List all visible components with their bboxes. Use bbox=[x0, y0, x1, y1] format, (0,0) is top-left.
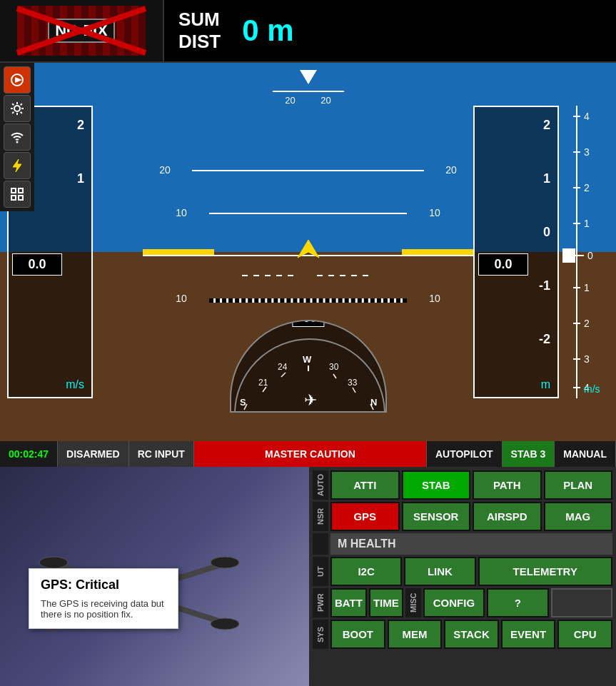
btn-plan[interactable]: PLAN bbox=[544, 470, 613, 500]
alt-mark-2: 2 bbox=[543, 118, 550, 133]
btn-config[interactable]: CONFIG bbox=[423, 588, 485, 617]
heading-mark-20b: 20 bbox=[308, 91, 344, 106]
btn-empty[interactable] bbox=[551, 588, 612, 617]
status-stab: STAB 3 bbox=[503, 441, 555, 467]
svg-line-41 bbox=[281, 373, 286, 377]
grid-icon bbox=[9, 186, 25, 202]
right-alt-unit: m bbox=[541, 378, 550, 391]
btn-question[interactable]: ? bbox=[487, 588, 548, 617]
svg-text:3: 3 bbox=[584, 146, 590, 158]
svg-text:✈: ✈ bbox=[304, 391, 317, 409]
btn-event[interactable]: EVENT bbox=[501, 620, 556, 649]
speed-mark-2: 2 bbox=[77, 118, 84, 133]
gps-tooltip-title: GPS: Critical bbox=[41, 577, 166, 592]
svg-text:21: 21 bbox=[258, 378, 268, 388]
wifi-button[interactable] bbox=[4, 123, 31, 151]
bottom-section: GPS: Critical The GPS is receiving data … bbox=[0, 467, 616, 686]
pitch-line-neg10 bbox=[209, 298, 408, 303]
svg-text:3: 3 bbox=[584, 353, 590, 365]
btn-mag[interactable]: MAG bbox=[544, 502, 613, 531]
status-autopilot: AUTOPILOT bbox=[427, 441, 503, 467]
svg-rect-23 bbox=[562, 248, 575, 263]
btn-i2c[interactable]: I2C bbox=[330, 557, 402, 586]
lightning-button[interactable] bbox=[4, 152, 31, 179]
grid-button[interactable] bbox=[4, 181, 31, 208]
record-button[interactable] bbox=[4, 66, 31, 94]
right-vspeed-scale: 4 3 2 1 0 1 2 3 4 m/s bbox=[562, 106, 612, 398]
svg-rect-9 bbox=[11, 196, 16, 200]
svg-text:2: 2 bbox=[584, 318, 590, 329]
no-fix-x-overlay bbox=[14, 5, 149, 56]
misc-btn-group: CONFIG ? bbox=[423, 588, 612, 617]
speed-mark-1: 1 bbox=[77, 171, 84, 186]
btn-cpu[interactable]: CPU bbox=[557, 620, 612, 649]
pitch-line-10 bbox=[209, 213, 408, 214]
svg-point-53 bbox=[211, 557, 239, 568]
gear-icon bbox=[9, 101, 25, 116]
alt-mark-neg2: -2 bbox=[539, 332, 550, 347]
compass-heading-value: -96 bbox=[292, 320, 324, 327]
pwr-btn-group: BATT TIME bbox=[330, 588, 403, 617]
svg-text:0: 0 bbox=[587, 250, 593, 261]
top-header: NO FIX SUMDIST 0 m bbox=[0, 0, 616, 63]
panel-label-misc: MISC bbox=[405, 588, 421, 617]
pitch-label-20-left: 20 bbox=[159, 164, 171, 176]
heading-tape: 20 20 bbox=[157, 70, 459, 106]
alt-mark-1: 1 bbox=[543, 171, 550, 186]
btn-gps[interactable]: GPS bbox=[330, 502, 400, 531]
control-panel: AUTO ATTI STAB PATH PLAN NSR GPS SENSOR … bbox=[309, 467, 616, 686]
svg-text:1: 1 bbox=[584, 282, 590, 293]
svg-marker-6 bbox=[13, 159, 21, 172]
btn-boot[interactable]: BOOT bbox=[330, 620, 385, 649]
lightning-icon bbox=[9, 158, 25, 173]
svg-line-43 bbox=[333, 374, 336, 378]
pitch-label-10-right: 10 bbox=[429, 207, 440, 218]
svg-point-52 bbox=[39, 557, 68, 568]
heading-indicator bbox=[300, 70, 317, 84]
svg-text:24: 24 bbox=[278, 362, 288, 372]
left-speed-unit: m/s bbox=[66, 378, 84, 391]
btn-time[interactable]: TIME bbox=[369, 588, 403, 617]
status-disarmed: DISARMED bbox=[58, 441, 129, 467]
svg-text:4: 4 bbox=[584, 111, 590, 122]
settings-button[interactable] bbox=[4, 95, 31, 122]
svg-text:2: 2 bbox=[584, 182, 590, 193]
btn-stack[interactable]: STACK bbox=[444, 620, 499, 649]
right-alt-indicator: 2 1 0 -1 -2 0.0 m bbox=[473, 106, 559, 398]
btn-link[interactable]: LINK bbox=[404, 557, 475, 586]
pitch-label-neg10-right: 10 bbox=[429, 293, 440, 304]
alt-mark-neg1: -1 bbox=[539, 278, 550, 293]
svg-marker-11 bbox=[298, 240, 319, 258]
btn-sensor[interactable]: SENSOR bbox=[402, 502, 471, 531]
panel-row-auto: AUTO ATTI STAB PATH PLAN bbox=[313, 470, 612, 500]
model-area: GPS: Critical The GPS is receiving data … bbox=[0, 467, 309, 686]
svg-point-5 bbox=[16, 141, 19, 143]
btn-path[interactable]: PATH bbox=[473, 470, 542, 500]
svg-line-40 bbox=[263, 387, 266, 392]
svg-line-44 bbox=[353, 388, 355, 393]
left-horizon-bar bbox=[143, 249, 214, 255]
btn-batt[interactable]: BATT bbox=[330, 588, 367, 617]
instruments-area: 20 20 20 20 10 10 10 10 2 bbox=[0, 63, 616, 441]
health-label-spacer bbox=[313, 533, 328, 555]
ut-btn-group: I2C LINK TELEMETRY bbox=[330, 557, 612, 586]
btn-telemetry[interactable]: TELEMETRY bbox=[478, 557, 613, 586]
btn-mem[interactable]: MEM bbox=[388, 620, 443, 649]
svg-text:30: 30 bbox=[329, 362, 339, 372]
panel-label-nsr: NSR bbox=[313, 502, 328, 531]
btn-atti[interactable]: ATTI bbox=[330, 470, 400, 500]
svg-point-4 bbox=[14, 106, 20, 111]
btn-stab[interactable]: STAB bbox=[402, 470, 471, 500]
svg-point-55 bbox=[211, 618, 239, 630]
svg-rect-10 bbox=[19, 196, 23, 200]
panel-label-ut: UT bbox=[313, 557, 328, 586]
gps-tooltip-text: The GPS is receiving data but there is n… bbox=[41, 598, 166, 620]
btn-airspd[interactable]: AIRSPD bbox=[473, 502, 542, 531]
panel-row-nsr: NSR GPS SENSOR AIRSPD MAG bbox=[313, 502, 612, 531]
svg-text:1: 1 bbox=[584, 218, 590, 229]
status-manual: MANUAL bbox=[555, 441, 616, 467]
sys-btn-group: BOOT MEM STACK EVENT CPU bbox=[330, 620, 612, 649]
status-rc-input: RC INPUT bbox=[129, 441, 194, 467]
pitch-label-10-left: 10 bbox=[176, 207, 187, 218]
heading-mark-20: 20 bbox=[273, 91, 308, 106]
